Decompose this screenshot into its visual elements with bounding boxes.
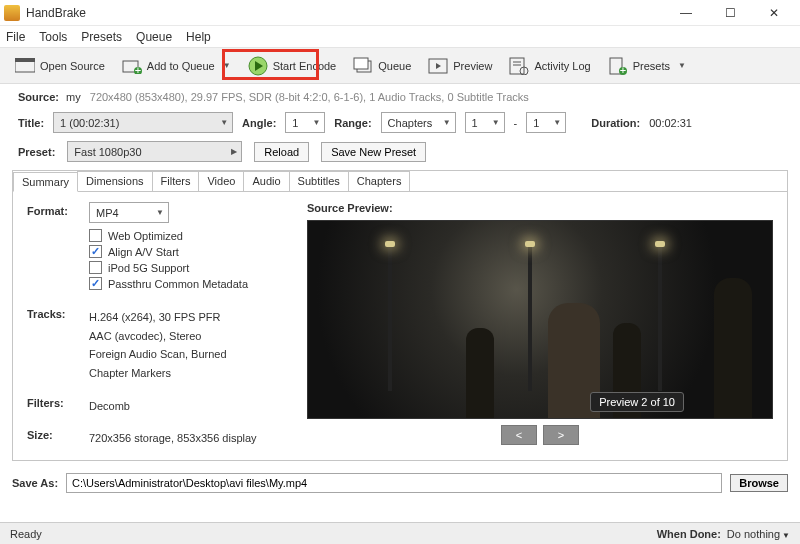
chevron-right-icon: ▶ <box>231 147 237 156</box>
passthru-checkbox[interactable] <box>89 277 102 290</box>
save-preset-button[interactable]: Save New Preset <box>321 142 426 162</box>
range-value: Chapters <box>388 117 433 129</box>
preview-icon <box>428 57 448 75</box>
add-queue-label: Add to Queue <box>147 60 215 72</box>
align-av-label: Align A/V Start <box>108 246 179 258</box>
menu-file[interactable]: File <box>6 30 25 44</box>
minimize-button[interactable]: — <box>664 1 708 25</box>
tab-content: Format: MP4▼ Web Optimized Align A/V Sta… <box>13 192 787 460</box>
svg-marker-10 <box>436 63 441 69</box>
preview-button[interactable]: Preview <box>421 53 499 79</box>
preview-label: Source Preview: <box>307 202 773 214</box>
filters-label: Filters: <box>27 397 89 416</box>
chevron-down-icon: ▼ <box>782 531 790 540</box>
chevron-down-icon: ▼ <box>492 118 500 127</box>
duration-label: Duration: <box>591 117 640 129</box>
source-name: my <box>66 91 81 103</box>
play-icon <box>248 57 268 75</box>
title-value: 1 (00:02:31) <box>60 117 119 129</box>
preset-select[interactable]: Fast 1080p30▶ <box>67 141 242 162</box>
format-select[interactable]: MP4▼ <box>89 202 169 223</box>
range-from: 1 <box>472 117 478 129</box>
when-done-value[interactable]: Do nothing▼ <box>727 528 790 540</box>
preview-badge: Preview 2 of 10 <box>590 392 684 412</box>
tab-summary[interactable]: Summary <box>13 172 78 192</box>
queue-button[interactable]: Queue <box>346 53 418 79</box>
toolbar: Open Source + Add to Queue ▼ Start Encod… <box>0 48 800 84</box>
preset-row: Preset: Fast 1080p30▶ Reload Save New Pr… <box>0 141 800 170</box>
presets-icon: + <box>608 57 628 75</box>
menu-help[interactable]: Help <box>186 30 211 44</box>
range-label: Range: <box>334 117 371 129</box>
range-from-select[interactable]: 1▼ <box>465 112 505 133</box>
chevron-down-icon: ▼ <box>678 61 686 70</box>
start-encode-button[interactable]: Start Encode <box>241 53 344 79</box>
tab-filters[interactable]: Filters <box>152 171 200 191</box>
saveas-row: Save As: Browse <box>0 469 800 499</box>
ipod-checkbox[interactable] <box>89 261 102 274</box>
align-av-checkbox[interactable] <box>89 245 102 258</box>
range-to: 1 <box>533 117 539 129</box>
tab-subtitles[interactable]: Subtitles <box>289 171 349 191</box>
web-opt-label: Web Optimized <box>108 230 183 242</box>
chevron-down-icon: ▼ <box>220 118 228 127</box>
open-source-label: Open Source <box>40 60 105 72</box>
preset-label: Preset: <box>18 146 55 158</box>
menu-tools[interactable]: Tools <box>39 30 67 44</box>
preview-silhouette <box>714 278 752 418</box>
tab-headers: Summary Dimensions Filters Video Audio S… <box>13 171 787 192</box>
chevron-down-icon: ▼ <box>553 118 561 127</box>
source-row: Source: my 720x480 (853x480), 29.97 FPS,… <box>0 84 800 112</box>
activity-log-label: Activity Log <box>534 60 590 72</box>
preset-value: Fast 1080p30 <box>74 146 141 158</box>
source-preview: Preview 2 of 10 <box>307 220 773 419</box>
saveas-input[interactable] <box>66 473 722 493</box>
tab-chapters[interactable]: Chapters <box>348 171 411 191</box>
web-opt-checkbox[interactable] <box>89 229 102 242</box>
maximize-button[interactable]: ☐ <box>708 1 752 25</box>
track-1: AAC (avcodec), Stereo <box>89 327 227 346</box>
preview-lamp <box>528 241 532 391</box>
passthru-label: Passthru Common Metadata <box>108 278 248 290</box>
menu-presets[interactable]: Presets <box>81 30 122 44</box>
tracks-label: Tracks: <box>27 308 89 383</box>
app-icon <box>4 5 20 21</box>
queue-icon <box>353 57 373 75</box>
svg-rect-11 <box>510 58 524 74</box>
activity-log-button[interactable]: Activity Log <box>502 53 597 79</box>
add-queue-icon: + <box>122 57 142 75</box>
open-source-button[interactable]: Open Source <box>8 53 112 79</box>
browse-button[interactable]: Browse <box>730 474 788 492</box>
chevron-down-icon: ▼ <box>223 61 231 70</box>
presets-button[interactable]: + Presets ▼ <box>601 53 693 79</box>
open-source-icon <box>15 57 35 75</box>
range-to-select[interactable]: 1▼ <box>526 112 566 133</box>
tab-audio[interactable]: Audio <box>243 171 289 191</box>
angle-value: 1 <box>292 117 298 129</box>
menu-queue[interactable]: Queue <box>136 30 172 44</box>
when-done-label: When Done: <box>657 528 721 540</box>
angle-select[interactable]: 1▼ <box>285 112 325 133</box>
title-select[interactable]: 1 (00:02:31)▼ <box>53 112 233 133</box>
range-select[interactable]: Chapters▼ <box>381 112 456 133</box>
title-label: Title: <box>18 117 44 129</box>
status-ready: Ready <box>10 528 42 540</box>
tab-video[interactable]: Video <box>198 171 244 191</box>
tab-dimensions[interactable]: Dimensions <box>77 171 152 191</box>
reload-button[interactable]: Reload <box>254 142 309 162</box>
close-button[interactable]: ✕ <box>752 1 796 25</box>
preview-prev-button[interactable]: < <box>501 425 537 445</box>
presets-label: Presets <box>633 60 670 72</box>
preview-lamp <box>658 241 662 391</box>
saveas-label: Save As: <box>12 477 58 489</box>
menubar: File Tools Presets Queue Help <box>0 26 800 48</box>
chevron-down-icon: ▼ <box>156 208 164 217</box>
titlebar: HandBrake — ☐ ✕ <box>0 0 800 26</box>
add-queue-button[interactable]: + Add to Queue ▼ <box>115 53 238 79</box>
format-value: MP4 <box>96 207 119 219</box>
duration-value: 00:02:31 <box>649 117 692 129</box>
range-sep: - <box>514 117 518 129</box>
statusbar: Ready When Done: Do nothing▼ <box>0 522 800 544</box>
preview-next-button[interactable]: > <box>543 425 579 445</box>
size-value: 720x356 storage, 853x356 display <box>89 429 257 448</box>
